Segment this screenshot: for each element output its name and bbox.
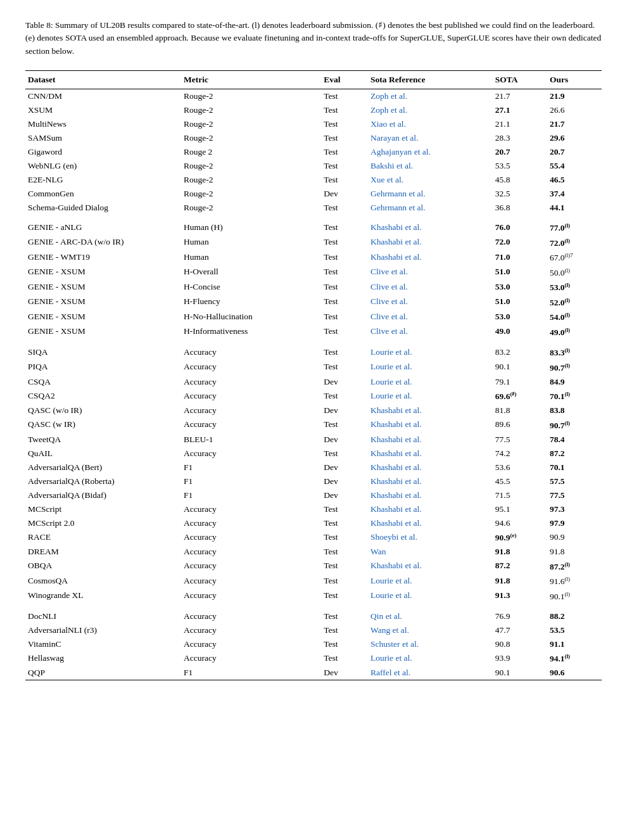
table-row: DocNLIAccuracyTestQin et al.76.988.2 [25, 604, 602, 623]
cell-sota-ref[interactable]: Lourie et al. [368, 574, 493, 589]
sota-ref-link[interactable]: Khashabi et al. [370, 476, 422, 486]
sota-ref-link[interactable]: Lourie et al. [370, 576, 412, 585]
cell-sota: 81.8 [493, 404, 547, 417]
sota-ref-link[interactable]: Gehrmann et al. [370, 203, 426, 212]
ours-value: 53.0(l) [550, 283, 570, 292]
sota-ref-link[interactable]: Clive et al. [370, 267, 408, 276]
cell-sota-ref[interactable]: Khashabi et al. [368, 235, 493, 250]
cell-sota-ref[interactable]: Narayan et al. [368, 131, 493, 145]
sota-ref-link[interactable]: Qin et al. [370, 611, 402, 621]
sota-ref-link[interactable]: Khashabi et al. [370, 252, 422, 262]
cell-sota-ref[interactable]: Lourie et al. [368, 375, 493, 389]
cell-sota-ref[interactable]: Lourie et al. [368, 589, 493, 604]
sota-ref-link[interactable]: Khashabi et al. [370, 222, 422, 232]
cell-sota-ref[interactable]: Khashabi et al. [368, 474, 493, 488]
sota-ref-link[interactable]: Xiao et al. [370, 119, 406, 129]
cell-sota-ref[interactable]: Clive et al. [368, 324, 493, 340]
sota-ref-link[interactable]: Khashabi et al. [370, 449, 422, 458]
sota-value: 74.2 [495, 449, 510, 458]
cell-sota-ref[interactable]: Raffel et al. [368, 666, 493, 680]
cell-sota-ref[interactable]: Xue et al. [368, 173, 493, 187]
cell-sota-ref[interactable]: Khashabi et al. [368, 215, 493, 236]
cell-sota-ref[interactable]: Gehrmann et al. [368, 187, 493, 201]
cell-sota-ref[interactable]: Clive et al. [368, 265, 493, 280]
cell-sota-ref[interactable]: Zoph et al. [368, 103, 493, 117]
sota-ref-link[interactable]: Zoph et al. [370, 105, 407, 115]
cell-sota-ref[interactable]: Khashabi et al. [368, 404, 493, 417]
sota-ref-link[interactable]: Lourie et al. [370, 590, 412, 600]
sota-value: 47.7 [495, 625, 510, 635]
cell-sota: 72.0 [493, 235, 547, 250]
cell-sota: 27.1 [493, 103, 547, 117]
cell-dataset: QQP [25, 666, 181, 680]
sota-ref-link[interactable]: Khashabi et al. [370, 419, 422, 429]
cell-sota-ref[interactable]: Khashabi et al. [368, 447, 493, 461]
cell-sota-ref[interactable]: Khashabi et al. [368, 488, 493, 502]
cell-sota: 76.9 [493, 604, 547, 623]
cell-sota-ref[interactable]: Khashabi et al. [368, 502, 493, 516]
cell-sota-ref[interactable]: Khashabi et al. [368, 250, 493, 265]
ours-value: 78.4 [550, 435, 565, 444]
sota-ref-link[interactable]: Lourie et al. [370, 362, 412, 371]
cell-sota-ref[interactable]: Clive et al. [368, 280, 493, 295]
sota-ref-link[interactable]: Clive et al. [370, 296, 408, 306]
sota-ref-link[interactable]: Khashabi et al. [370, 405, 422, 415]
sota-ref-link[interactable]: Wang et al. [370, 625, 409, 635]
cell-sota: 32.5 [493, 187, 547, 201]
sota-ref-link[interactable]: Lourie et al. [370, 653, 412, 663]
sota-ref-link[interactable]: Gehrmann et al. [370, 189, 426, 198]
cell-sota-ref[interactable]: Schuster et al. [368, 637, 493, 651]
sota-ref-link[interactable]: Khashabi et al. [370, 435, 422, 444]
cell-sota: 90.1 [493, 360, 547, 375]
sota-ref-link[interactable]: Lourie et al. [370, 377, 412, 386]
ours-value: 37.4 [550, 189, 565, 198]
sota-ref-link[interactable]: Xue et al. [370, 175, 403, 184]
sota-ref-link[interactable]: Raffel et al. [370, 668, 410, 677]
cell-sota-ref[interactable]: Khashabi et al. [368, 516, 493, 530]
cell-sota-ref[interactable]: Lourie et al. [368, 389, 493, 404]
cell-sota-ref[interactable]: Wan [368, 545, 493, 559]
sota-ref-link[interactable]: Zoph et al. [370, 91, 407, 101]
cell-sota-ref[interactable]: Zoph et al. [368, 89, 493, 103]
sota-ref-link[interactable]: Khashabi et al. [370, 462, 422, 472]
cell-sota-ref[interactable]: Khashabi et al. [368, 433, 493, 447]
sota-ref-link[interactable]: Khashabi et al. [370, 490, 422, 500]
cell-sota-ref[interactable]: Clive et al. [368, 295, 493, 310]
sota-ref-link[interactable]: Khashabi et al. [370, 237, 422, 246]
sota-ref-link[interactable]: Khashabi et al. [370, 504, 422, 514]
cell-sota-ref[interactable]: Wang et al. [368, 623, 493, 637]
sota-ref-link[interactable]: Khashabi et al. [370, 561, 422, 570]
sota-value: 90.1 [495, 362, 510, 371]
cell-sota-ref[interactable]: Gehrmann et al. [368, 201, 493, 215]
cell-sota-ref[interactable]: Aghajanyan et al. [368, 145, 493, 159]
cell-sota-ref[interactable]: Khashabi et al. [368, 559, 493, 574]
sota-ref-link[interactable]: Bakshi et al. [370, 161, 413, 170]
sota-ref-link[interactable]: Khashabi et al. [370, 518, 422, 528]
sota-ref-link[interactable]: Lourie et al. [370, 347, 412, 357]
ours-value: 52.0(l) [550, 298, 570, 307]
cell-sota-ref[interactable]: Xiao et al. [368, 117, 493, 131]
cell-sota-ref[interactable]: Lourie et al. [368, 340, 493, 360]
sota-ref-link[interactable]: Shoeybi et al. [370, 532, 417, 542]
cell-sota-ref[interactable]: Lourie et al. [368, 360, 493, 375]
sota-ref-link[interactable]: Lourie et al. [370, 391, 412, 400]
cell-sota: 71.0 [493, 250, 547, 265]
sota-ref-link[interactable]: Schuster et al. [370, 639, 419, 649]
results-table: Dataset Metric Eval Sota Reference SOTA … [25, 70, 602, 684]
cell-sota-ref[interactable]: Khashabi et al. [368, 417, 493, 433]
cell-sota: 91.8 [493, 545, 547, 559]
sota-ref-link[interactable]: Wan [370, 547, 386, 556]
sota-value: 87.2 [495, 561, 510, 570]
sota-ref-link[interactable]: Narayan et al. [370, 133, 418, 143]
sota-ref-link[interactable]: Clive et al. [370, 312, 408, 321]
sota-value: 45.5 [495, 476, 510, 486]
cell-sota-ref[interactable]: Khashabi et al. [368, 461, 493, 474]
sota-ref-link[interactable]: Clive et al. [370, 326, 408, 336]
sota-ref-link[interactable]: Clive et al. [370, 282, 408, 291]
cell-sota-ref[interactable]: Bakshi et al. [368, 159, 493, 173]
cell-sota-ref[interactable]: Lourie et al. [368, 651, 493, 666]
cell-sota-ref[interactable]: Qin et al. [368, 604, 493, 623]
cell-sota-ref[interactable]: Clive et al. [368, 310, 493, 325]
sota-ref-link[interactable]: Aghajanyan et al. [370, 147, 431, 156]
cell-sota-ref[interactable]: Shoeybi et al. [368, 530, 493, 545]
